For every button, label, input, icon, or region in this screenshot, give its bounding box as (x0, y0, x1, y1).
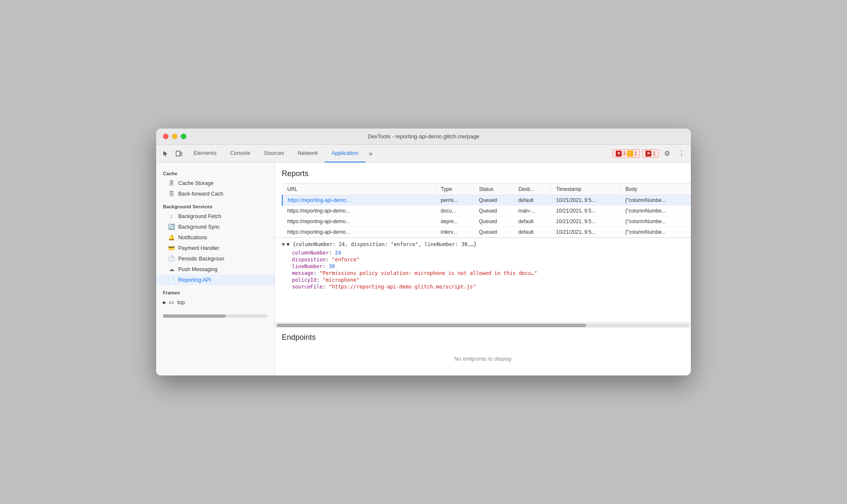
cell-status: Queued (474, 195, 513, 206)
error-count-badge2[interactable]: ✕ 1 (642, 149, 659, 158)
error-icon2: ✕ (645, 151, 651, 157)
cell-type: depre... (436, 216, 474, 227)
cache-section-label: Cache (156, 166, 275, 178)
frames-expand[interactable]: ▶ ▭ top (156, 297, 275, 308)
tab-sources[interactable]: Sources (257, 145, 291, 162)
prop-value: 30 (329, 263, 335, 269)
inspect-element-button[interactable] (160, 148, 171, 160)
col-timestamp: Timestamp (551, 184, 620, 195)
more-tabs-button[interactable]: » (365, 145, 376, 162)
prop-value: "Permissions policy violation: microphon… (320, 270, 537, 276)
reports-table: URL Type Status Desti... (282, 183, 691, 238)
cell-body: {"columnNumbe... (620, 195, 691, 206)
prop-name: sourceFile (292, 284, 323, 290)
svg-rect-0 (176, 151, 180, 156)
prop-name: lineNumber (292, 263, 323, 269)
minimize-button[interactable] (172, 134, 177, 139)
prop-value: "microphone" (323, 277, 359, 283)
detail-property-row: columnNumber: 24 (292, 250, 684, 256)
cell-status: Queued (474, 216, 513, 227)
cell-status: Queued (474, 227, 513, 238)
background-sync-icon: 🔄 (168, 224, 175, 230)
col-body: Body (620, 184, 691, 195)
prop-name: message (292, 270, 314, 276)
col-url: URL (282, 184, 436, 195)
background-fetch-icon: ↕ (168, 213, 175, 219)
detail-panel: ▼ ▼ {columnNumber: 24, disposition: "enf… (275, 238, 691, 322)
sidebar-item-background-sync[interactable]: 🔄 Background Sync (156, 221, 275, 232)
error-icon: ✕ (616, 151, 622, 157)
sidebar-item-cache-storage[interactable]: 🗄 Cache Storage (156, 178, 275, 188)
sidebar-item-push-messaging[interactable]: ☁ Push Messaging (156, 264, 275, 274)
table-header-row: URL Type Status Desti... (282, 184, 691, 195)
push-messaging-icon: ☁ (168, 266, 175, 272)
cell-dest: main-... (513, 206, 551, 216)
col-status: Status (474, 184, 513, 195)
cell-dest: default (513, 227, 551, 238)
maximize-button[interactable] (181, 134, 186, 139)
tab-bar: Elements Console Sources Network Applica… (187, 145, 611, 162)
cache-storage-icon: 🗄 (168, 180, 175, 186)
scrollbar-thumb (277, 324, 586, 327)
table-row[interactable]: https://reporting-api-demo... interv... … (282, 227, 691, 238)
sidebar-item-periodic-background[interactable]: 🕐 Periodic Backgroun (156, 253, 275, 264)
more-menu-button[interactable]: ⋮ (676, 148, 687, 160)
prop-name: disposition (292, 257, 325, 263)
periodic-bg-icon: 🕐 (168, 255, 175, 262)
tab-network[interactable]: Network (291, 145, 325, 162)
settings-button[interactable]: ⚙ (661, 148, 673, 160)
sidebar-scrollbar[interactable] (163, 314, 268, 318)
cell-type: interv... (436, 227, 474, 238)
sidebar: Cache 🗄 Cache Storage 🗄 Back-forward Cac… (156, 162, 275, 375)
detail-property-row: sourceFile: "https://reporting-api-demo.… (292, 284, 684, 290)
device-toolbar-button[interactable] (173, 148, 185, 160)
prop-name: policyId (292, 277, 317, 283)
tab-console[interactable]: Console (223, 145, 257, 162)
reports-title: Reports (282, 169, 691, 178)
col-type: Type (436, 184, 474, 195)
cell-body: {"columnNumbe... (620, 206, 691, 216)
cell-url: https://reporting-api-demo... (282, 195, 436, 206)
sidebar-item-payment-handler[interactable]: 💳 Payment Handler (156, 243, 275, 253)
cell-url: https://reporting-api-demo... (282, 216, 436, 227)
table-row[interactable]: https://reporting-api-demo... permi... Q… (282, 195, 691, 206)
frame-box-icon: ▭ (169, 299, 174, 305)
frames-section-label: Frames (156, 285, 275, 297)
detail-summary: ▼ ▼ {columnNumber: 24, disposition: "enf… (282, 241, 684, 247)
tab-application[interactable]: Application (325, 145, 365, 162)
horizontal-scrollbar[interactable] (275, 322, 691, 328)
cell-dest: default (513, 216, 551, 227)
prop-name: columnNumber (292, 250, 329, 256)
detail-property-row: disposition: "enforce" (292, 257, 684, 263)
content-area: Reports URL Type (275, 162, 691, 375)
title-bar: DevTools - reporting-api-demo.glitch.me/… (156, 129, 691, 145)
cell-url: https://reporting-api-demo... (282, 206, 436, 216)
scrollbar-track (277, 324, 689, 327)
cell-body: {"columnNumbe... (620, 216, 691, 227)
notifications-icon: 🔔 (168, 234, 175, 241)
detail-property-row: lineNumber: 30 (292, 263, 684, 269)
sidebar-item-reporting-api[interactable]: 📄 Reporting API (156, 274, 275, 285)
payment-handler-icon: 💳 (168, 245, 175, 251)
cursor-icon (162, 150, 169, 157)
sidebar-item-background-fetch[interactable]: ↕ Background Fetch (156, 211, 275, 221)
prop-value: "enforce" (332, 257, 359, 263)
sidebar-item-back-forward[interactable]: 🗄 Back-forward Cach (156, 188, 275, 199)
table-row[interactable]: https://reporting-api-demo... depre... Q… (282, 216, 691, 227)
reports-table-container: URL Type Status Desti... (282, 183, 691, 238)
detail-property-row: policyId: "microphone" (292, 277, 684, 283)
tab-elements[interactable]: Elements (187, 145, 223, 162)
toolbar-right: ✕ 3 ! 1 ✕ 1 ⚙ ⋮ (613, 148, 687, 160)
prop-value: 24 (335, 250, 341, 256)
reporting-api-icon: 📄 (168, 277, 175, 283)
error-count-badge[interactable]: ✕ 3 ! 1 (613, 149, 640, 158)
cell-timestamp: 10/21/2021, 9:5... (551, 227, 620, 238)
close-button[interactable] (163, 134, 168, 139)
svg-rect-1 (180, 152, 182, 156)
sidebar-item-notifications[interactable]: 🔔 Notifications (156, 232, 275, 243)
background-services-label: Background Services (156, 199, 275, 211)
cell-timestamp: 10/21/2021, 9:5... (551, 206, 620, 216)
detail-property-row: message: "Permissions policy violation: … (292, 270, 684, 276)
cell-dest: default (513, 195, 551, 206)
table-row[interactable]: https://reporting-api-demo... docu... Qu… (282, 206, 691, 216)
